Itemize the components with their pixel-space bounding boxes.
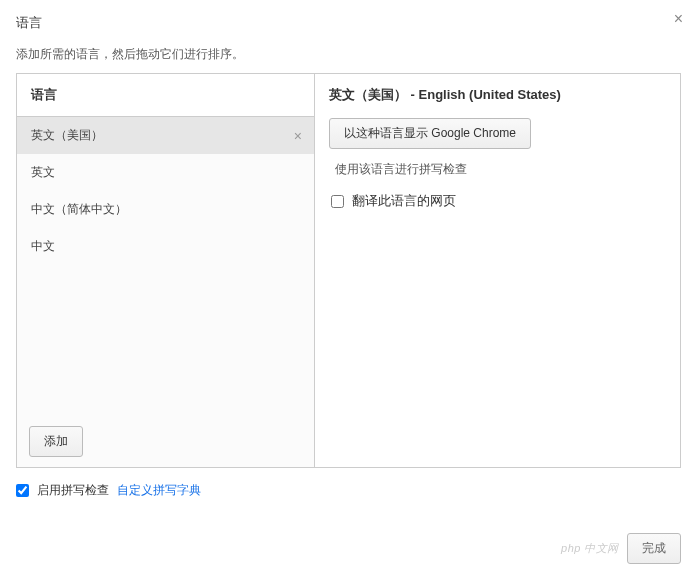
selected-language-header: 英文（美国） - English (United States) (329, 86, 666, 104)
language-item-label: 英文（美国） (31, 128, 103, 142)
done-button[interactable]: 完成 (627, 533, 681, 564)
enable-spellcheck-label: 启用拼写检查 (37, 482, 109, 499)
bottom-bar: php 中文网 完成 (561, 533, 681, 564)
dialog-subtitle: 添加所需的语言，然后拖动它们进行排序。 (0, 40, 697, 73)
footer-row: 启用拼写检查 自定义拼写字典 (0, 468, 697, 509)
language-detail-column: 英文（美国） - English (United States) 以这种语言显示… (315, 74, 680, 467)
language-list-header: 语言 (17, 74, 314, 117)
language-list: 英文（美国） × 英文 中文（简体中文） 中文 (17, 117, 314, 416)
close-icon[interactable]: × (674, 10, 683, 28)
custom-dictionary-link[interactable]: 自定义拼写字典 (117, 482, 201, 499)
language-item-label: 中文 (31, 239, 55, 253)
translate-checkbox[interactable] (331, 195, 344, 208)
language-panel: 语言 英文（美国） × 英文 中文（简体中文） 中文 添加 英文（美国） - E… (16, 73, 681, 468)
language-item[interactable]: 中文 (17, 228, 314, 265)
language-item[interactable]: 中文（简体中文） (17, 191, 314, 228)
translate-checkbox-label: 翻译此语言的网页 (352, 192, 456, 210)
language-item[interactable]: 英文 (17, 154, 314, 191)
remove-language-icon[interactable]: × (294, 128, 302, 144)
dialog-title: 语言 (16, 15, 42, 30)
language-item-label: 英文 (31, 165, 55, 179)
spellcheck-info: 使用该语言进行拼写检查 (335, 161, 666, 178)
enable-spellcheck-checkbox[interactable] (16, 484, 29, 497)
watermark-text: php 中文网 (561, 541, 619, 556)
language-list-column: 语言 英文（美国） × 英文 中文（简体中文） 中文 添加 (17, 74, 315, 467)
language-item[interactable]: 英文（美国） × (17, 117, 314, 154)
display-chrome-button[interactable]: 以这种语言显示 Google Chrome (329, 118, 531, 149)
language-item-label: 中文（简体中文） (31, 202, 127, 216)
add-language-button[interactable]: 添加 (29, 426, 83, 457)
